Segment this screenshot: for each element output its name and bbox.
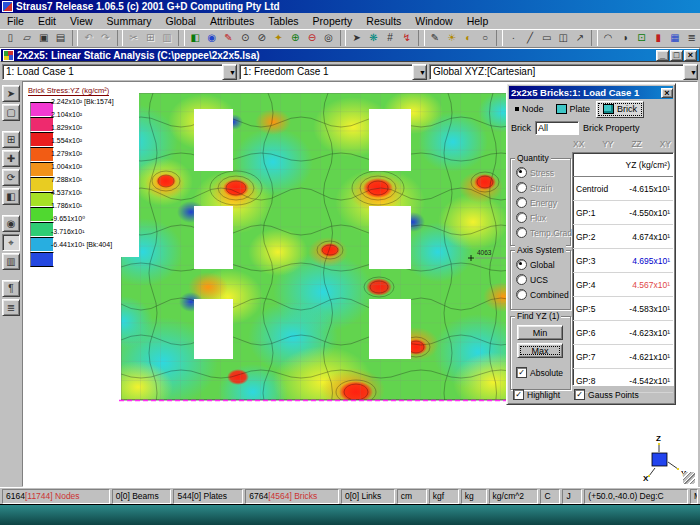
radio-stress[interactable]: Stress — [516, 167, 554, 178]
load-case-combo[interactable]: 1: Load Case 1 ▼ — [2, 64, 237, 80]
marquee-tool-icon[interactable]: ▢ — [2, 104, 20, 121]
brick-range-input[interactable] — [535, 121, 579, 135]
clipboard-icon[interactable]: ⊡ — [633, 30, 650, 46]
render-globe-icon[interactable]: ◉ — [203, 30, 220, 46]
document-icon — [3, 50, 14, 61]
chevron-down-icon[interactable]: ▼ — [222, 64, 237, 80]
list-icon[interactable]: ≣ — [683, 30, 700, 46]
doc-close-button[interactable]: × — [684, 50, 697, 61]
brick-toggle-icon[interactable]: ◫ — [555, 30, 572, 46]
plate-toggle-icon[interactable]: ▭ — [538, 30, 555, 46]
arc-icon[interactable]: ◠ — [600, 30, 617, 46]
light-icon[interactable]: ✦ — [270, 30, 287, 46]
line-toggle-icon[interactable]: ╱ — [522, 30, 539, 46]
menu-file[interactable]: File — [0, 14, 31, 28]
menu-tables[interactable]: Tables — [261, 14, 305, 28]
radio-combined[interactable]: Combined — [516, 289, 569, 300]
radio-temp-grad[interactable]: Temp.Grad — [516, 227, 572, 238]
highlight-checkbox[interactable]: ✓Highlight — [513, 389, 560, 400]
print-icon[interactable]: ▤ — [52, 30, 69, 46]
menu-results[interactable]: Results — [359, 14, 408, 28]
bulb-off-icon[interactable]: ○ — [477, 30, 494, 46]
link-toggle-icon[interactable]: ↗ — [572, 30, 589, 46]
cut-icon[interactable]: ✂ — [125, 30, 142, 46]
resize-grip[interactable] — [683, 472, 695, 484]
radio-strain[interactable]: Strain — [516, 182, 552, 193]
snap-grid-icon[interactable]: # — [382, 30, 399, 46]
title-bar: Straus7 Release 1.06.5 (c) 2001 G+D Comp… — [0, 0, 700, 13]
bulb-on-icon[interactable]: ☀ — [443, 30, 460, 46]
undo-icon[interactable]: ↶ — [80, 30, 97, 46]
pointer-icon[interactable]: ➤ — [348, 30, 365, 46]
freedom-case-combo[interactable]: 1: Freedom Case 1 ▼ — [239, 64, 427, 80]
chevron-down-icon[interactable]: ▼ — [412, 64, 427, 80]
component-tab-xy[interactable]: XY — [660, 139, 671, 150]
component-tab-zz[interactable]: ZZ — [631, 139, 641, 150]
menu-summary[interactable]: Summary — [100, 14, 159, 28]
component-tab-yy[interactable]: YY — [602, 139, 613, 150]
zoom-box-tool-icon[interactable]: ⊞ — [2, 131, 20, 148]
orbit-icon[interactable]: ⊙ — [237, 30, 254, 46]
menu-window[interactable]: Window — [408, 14, 459, 28]
chevron-down-icon[interactable]: ▼ — [683, 64, 698, 80]
legend-value: 2.242x10² [Bk:1574] — [51, 98, 114, 105]
options-tool-icon[interactable]: ≣ — [2, 299, 20, 316]
brick-property-label: Brick Property — [583, 123, 640, 133]
open-file-icon[interactable]: ▱ — [19, 30, 36, 46]
menu-bar: File Edit View Summary Global Attributes… — [0, 13, 700, 30]
contrast-icon[interactable]: ◑ — [617, 30, 634, 46]
zoom-out-icon[interactable]: ⊖ — [303, 30, 320, 46]
wireframe-icon[interactable]: ◧ — [187, 30, 204, 46]
zoom-window-icon[interactable]: ◎ — [320, 30, 337, 46]
menu-view[interactable]: View — [63, 14, 100, 28]
doc-minimize-button[interactable]: _ — [656, 50, 669, 61]
table-row: Centroid-4.615x10¹ — [573, 177, 673, 201]
thermo-icon[interactable]: ▮ — [650, 30, 667, 46]
tab-node[interactable]: Node — [509, 102, 550, 117]
menu-attributes[interactable]: Attributes — [203, 14, 261, 28]
paste-icon[interactable]: ▥ — [159, 30, 176, 46]
redo-icon[interactable]: ↷ — [97, 30, 114, 46]
doc-maximize-button[interactable]: □ — [670, 50, 683, 61]
zoom-previous-icon[interactable]: ⊘ — [253, 30, 270, 46]
draw-tool-icon[interactable]: ✎ — [427, 30, 444, 46]
absolute-checkbox[interactable]: ✓Absolute — [516, 367, 563, 378]
radio-ucs[interactable]: UCS — [516, 274, 548, 285]
save-icon[interactable]: ▣ — [35, 30, 52, 46]
status-unit-energy: J — [562, 489, 582, 504]
menu-help[interactable]: Help — [460, 14, 496, 28]
entity-display-icon[interactable]: ◉ — [2, 215, 20, 232]
cut-plane-tool-icon[interactable]: ▥ — [2, 253, 20, 270]
menu-edit[interactable]: Edit — [31, 14, 63, 28]
find-min-button[interactable]: Min — [517, 325, 563, 340]
tab-plate[interactable]: Plate — [550, 102, 597, 117]
status-bricks: 6764[4564] Bricks — [245, 489, 339, 504]
entity-globe-icon[interactable]: ❋ — [365, 30, 382, 46]
coord-system-combo[interactable]: Global XYZ:[Cartesian] ▼ — [429, 64, 698, 80]
new-file-icon[interactable]: ▯ — [2, 30, 19, 46]
gauss-points-checkbox[interactable]: ✓Gauss Points — [574, 389, 639, 400]
peek-tool-icon[interactable]: ⌖ — [2, 234, 20, 251]
panel-close-icon[interactable]: × — [661, 88, 673, 98]
rotate-tool-icon[interactable]: ⟳ — [2, 169, 20, 186]
select-tool-icon[interactable]: ➤ — [2, 85, 20, 102]
shade-tool-icon[interactable]: ◧ — [2, 188, 20, 205]
tab-brick[interactable]: Brick — [596, 101, 644, 118]
copy-icon[interactable]: ⊞ — [142, 30, 159, 46]
doc-view-icon[interactable]: ▦ — [667, 30, 684, 46]
radio-energy[interactable]: Energy — [516, 197, 557, 208]
pan-tool-icon[interactable]: ✚ — [2, 150, 20, 167]
component-tab-xx[interactable]: XX — [573, 139, 584, 150]
pencil-icon[interactable]: ✎ — [220, 30, 237, 46]
find-max-button[interactable]: Max — [517, 343, 563, 358]
lightning-icon[interactable]: ↯ — [398, 30, 415, 46]
zoom-in-icon[interactable]: ⊕ — [287, 30, 304, 46]
annotate-tool-icon[interactable]: ¶ — [2, 280, 20, 297]
radio-global[interactable]: Global — [516, 259, 555, 270]
radio-flux[interactable]: Flux — [516, 212, 546, 223]
menu-global[interactable]: Global — [159, 14, 203, 28]
menu-property[interactable]: Property — [306, 14, 360, 28]
node-toggle-icon[interactable]: ∙ — [505, 30, 522, 46]
bulb-half-icon[interactable]: ◐ — [460, 30, 477, 46]
quantity-group-title: Quantity — [515, 153, 551, 163]
